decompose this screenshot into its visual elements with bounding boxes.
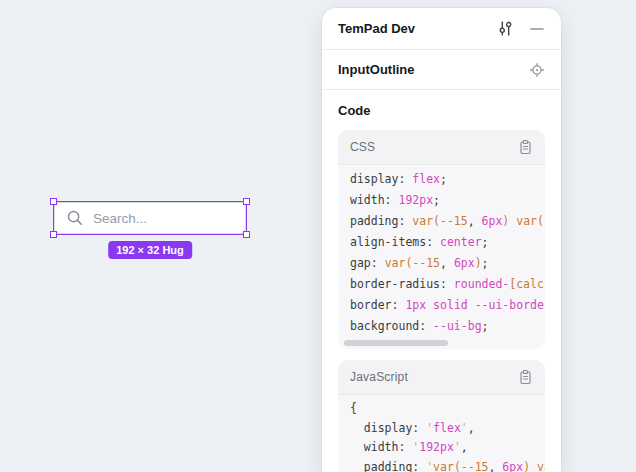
sliders-icon[interactable]: [497, 20, 514, 37]
javascript-code-text[interactable]: { display: 'flex', width: '192px', paddi…: [338, 395, 545, 472]
search-input[interactable]: Search...: [54, 202, 246, 234]
selected-component-row: InputOutline: [322, 50, 561, 90]
component-name: InputOutline: [338, 62, 415, 77]
code-line: border-radius: rounded-[calc(v: [350, 274, 533, 295]
code-section-title: Code: [338, 103, 545, 118]
code-line: width: 192px;: [350, 190, 533, 211]
javascript-code-block: JavaScript { display: 'flex', width: '19…: [338, 360, 545, 472]
clipboard-icon[interactable]: [518, 369, 533, 385]
selection-size-badge: 192 × 32 Hug: [108, 241, 192, 259]
javascript-block-label: JavaScript: [350, 370, 408, 384]
code-line: display: 'flex',: [350, 419, 533, 439]
css-code-text[interactable]: display: flex;width: 192px;padding: var(…: [338, 165, 545, 337]
code-section: Code CSS display: flex;width: 192px;padd…: [322, 90, 561, 472]
crosshair-icon[interactable]: [529, 62, 545, 78]
code-line: width: '192px',: [350, 438, 533, 458]
css-block-header: CSS: [338, 130, 545, 165]
magnifier-icon: [66, 209, 84, 227]
tempad-dev-panel: TemPad Dev InputOutline: [322, 8, 561, 472]
panel-header: TemPad Dev: [322, 8, 561, 50]
code-line: {: [350, 399, 533, 419]
code-line: border: 1px solid --ui-border-: [350, 295, 533, 316]
css-block-label: CSS: [350, 140, 375, 154]
code-line: padding: var(--15, 6px) var(--: [350, 211, 533, 232]
javascript-block-header: JavaScript: [338, 360, 545, 395]
panel-title: TemPad Dev: [338, 21, 415, 36]
horizontal-scrollbar-thumb[interactable]: [344, 340, 448, 346]
code-line: display: flex;: [350, 169, 533, 190]
minimize-icon[interactable]: [529, 21, 545, 37]
code-line: background: --ui-bg;: [350, 316, 533, 337]
code-line: align-items: center;: [350, 232, 533, 253]
code-line: gap: var(--15, 6px);: [350, 253, 533, 274]
search-input-component[interactable]: Search... 192 × 32 Hug: [54, 202, 246, 234]
horizontal-scrollbar: [344, 340, 539, 346]
search-placeholder-text: Search...: [93, 211, 147, 226]
css-code-block: CSS display: flex;width: 192px;padding: …: [338, 130, 545, 349]
code-line: padding: 'var(--15, 6px) var: [350, 458, 533, 472]
clipboard-icon[interactable]: [518, 139, 533, 155]
